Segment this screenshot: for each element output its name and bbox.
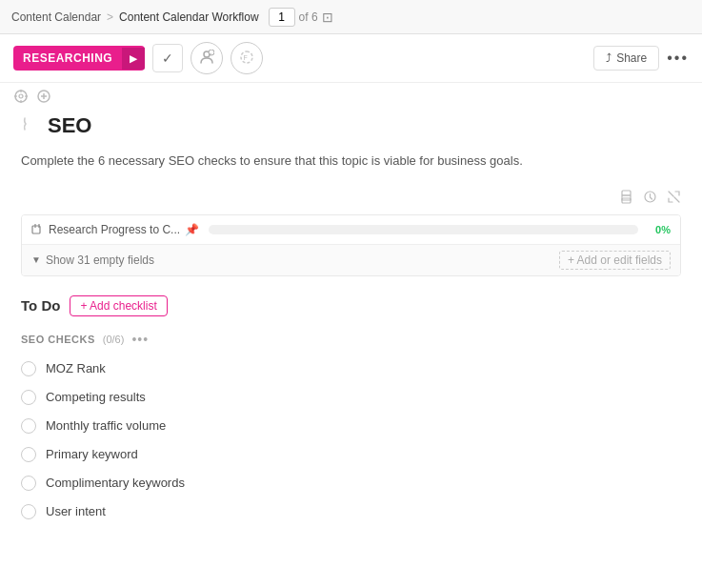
show-fields-label: Show 31 empty fields bbox=[46, 253, 154, 267]
svg-text:F: F bbox=[244, 53, 248, 60]
share-label: Share bbox=[616, 51, 647, 65]
share-icon: ⤴ bbox=[606, 51, 612, 65]
flag-button[interactable]: F bbox=[231, 42, 263, 74]
flag-icon: F bbox=[240, 51, 253, 67]
progress-section: Research Progress to C... 📌 0% ▼ Show 31… bbox=[21, 214, 681, 276]
history-icon[interactable] bbox=[643, 190, 657, 207]
status-label: RESEARCHING bbox=[13, 46, 122, 71]
more-button[interactable]: ••• bbox=[667, 50, 689, 67]
checklist-item: Primary keyword bbox=[21, 442, 681, 467]
chevron-icon: ▼ bbox=[31, 254, 41, 265]
checklist-item: Complimentary keywords bbox=[21, 471, 681, 496]
checklist-section: SEO CHECKS (0/6) ••• MOZ RankCompeting r… bbox=[21, 332, 681, 524]
progress-percent: 0% bbox=[648, 224, 671, 235]
checklist-radio-2[interactable] bbox=[21, 418, 36, 434]
add-circle-icon[interactable] bbox=[36, 89, 51, 108]
add-edit-fields-button[interactable]: + Add or edit fields bbox=[559, 251, 671, 270]
checklist-item-label: Primary keyword bbox=[46, 447, 138, 461]
checklist-radio-1[interactable] bbox=[21, 390, 36, 405]
show-fields-row: ▼ Show 31 empty fields + Add or edit fie… bbox=[22, 244, 680, 275]
svg-rect-14 bbox=[622, 191, 631, 195]
progress-row: Research Progress to C... 📌 0% bbox=[22, 215, 680, 244]
page-title-row: SEO bbox=[21, 113, 681, 138]
more-icon: ••• bbox=[667, 50, 689, 66]
breadcrumb-1[interactable]: Content Calendar bbox=[11, 10, 101, 24]
copy-icon[interactable]: ⊡ bbox=[322, 10, 333, 25]
checklist-title: SEO CHECKS bbox=[21, 334, 95, 345]
checklist-item: User intent bbox=[21, 499, 681, 524]
svg-text:+: + bbox=[210, 51, 212, 56]
todo-title: To Do bbox=[21, 297, 60, 314]
checklist-item: MOZ Rank bbox=[21, 356, 681, 381]
checklist-item-label: Complimentary keywords bbox=[46, 476, 185, 490]
checklist-item-label: Competing results bbox=[46, 390, 146, 404]
checklist-radio-4[interactable] bbox=[21, 476, 36, 491]
main-content: SEO Complete the 6 necessary SEO checks … bbox=[0, 113, 702, 524]
progress-label: Research Progress to C... 📌 bbox=[31, 223, 199, 236]
breadcrumb-2[interactable]: Content Calendar Workflow bbox=[119, 10, 259, 24]
check-button[interactable]: ✓ bbox=[152, 44, 183, 72]
page-nav: of 6 ⊡ bbox=[269, 8, 333, 27]
checklist-more-icon[interactable]: ••• bbox=[131, 332, 149, 347]
page-total: of 6 bbox=[299, 10, 318, 24]
page-description: Complete the 6 necessary SEO checks to e… bbox=[21, 152, 681, 171]
svg-point-6 bbox=[19, 94, 23, 98]
checklist-item: Monthly traffic volume bbox=[21, 414, 681, 438]
top-bar: Content Calendar > Content Calendar Work… bbox=[0, 0, 702, 34]
page-number-input[interactable] bbox=[269, 8, 295, 27]
checklist-radio-0[interactable] bbox=[21, 361, 36, 376]
title-icon bbox=[21, 114, 40, 138]
todo-header: To Do + Add checklist bbox=[21, 295, 681, 316]
checklist-item-label: MOZ Rank bbox=[46, 361, 106, 375]
show-fields-toggle[interactable]: ▼ Show 31 empty fields bbox=[31, 253, 154, 267]
checklist-item-label: Monthly traffic volume bbox=[46, 418, 166, 433]
add-checklist-button[interactable]: + Add checklist bbox=[70, 295, 167, 316]
checklist-items: MOZ RankCompeting resultsMonthly traffic… bbox=[21, 356, 681, 524]
status-arrow-icon: ▶ bbox=[122, 48, 145, 70]
checklist-radio-3[interactable] bbox=[21, 447, 36, 462]
assignee-button[interactable]: + bbox=[191, 42, 223, 74]
page-title: SEO bbox=[48, 113, 91, 138]
toolbar-right: ⤴ Share ••• bbox=[593, 46, 689, 71]
expand-icon[interactable] bbox=[667, 190, 681, 207]
check-icon: ✓ bbox=[162, 51, 173, 66]
toolbar: RESEARCHING ▶ ✓ + F ⤴ Share ••• bbox=[0, 34, 702, 83]
print-icon[interactable] bbox=[619, 190, 633, 207]
status-button[interactable]: RESEARCHING ▶ bbox=[13, 46, 145, 71]
progress-pin-icon: 📌 bbox=[185, 223, 199, 236]
sub-toolbar bbox=[0, 83, 702, 113]
checklist-item: Competing results bbox=[21, 385, 681, 410]
checklist-item-label: User intent bbox=[46, 504, 106, 518]
assignee-icon: + bbox=[199, 50, 214, 68]
breadcrumb-separator: > bbox=[107, 10, 113, 24]
settings-icon[interactable] bbox=[13, 89, 29, 108]
checklist-header: SEO CHECKS (0/6) ••• bbox=[21, 332, 681, 347]
checklist-count: (0/6) bbox=[103, 334, 125, 345]
progress-bar-container bbox=[209, 225, 638, 234]
progress-icon bbox=[31, 223, 44, 235]
todo-section: To Do + Add checklist SEO CHECKS (0/6) •… bbox=[21, 295, 681, 524]
share-button[interactable]: ⤴ Share bbox=[593, 46, 659, 71]
action-row bbox=[21, 190, 681, 207]
progress-label-text: Research Progress to C... bbox=[49, 223, 180, 236]
checklist-radio-5[interactable] bbox=[21, 504, 36, 519]
